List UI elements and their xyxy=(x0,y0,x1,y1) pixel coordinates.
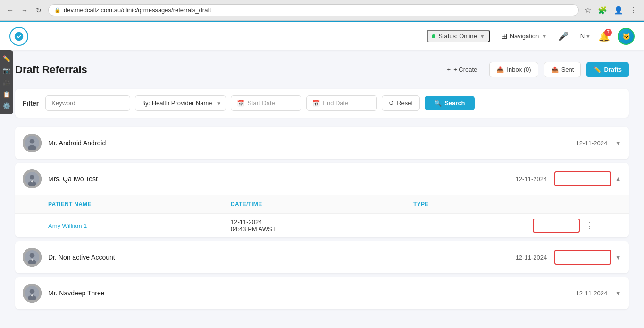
status-button[interactable]: Status: Online ▼ xyxy=(427,30,490,42)
language-label: EN xyxy=(576,33,585,40)
browser-chrome: ← → ↻ 🔒 dev.medcallz.com.au/clinic/qrmes… xyxy=(0,0,644,21)
side-toolbar: ✏️ 📷 🎥 📋 ⚙️ xyxy=(0,50,13,114)
search-button[interactable]: 🔍 Search xyxy=(425,96,474,110)
grid-icon: ⊞ xyxy=(501,32,507,41)
navigation-label: Navigation xyxy=(510,33,539,40)
svg-rect-17 xyxy=(32,294,33,297)
page-title: Draft Referrals xyxy=(15,64,87,76)
row-actions-1: ⋮ xyxy=(533,219,596,233)
nav-chevron: ▼ xyxy=(542,34,547,39)
provider-select-wrapper: By: Health Provider Name xyxy=(135,95,226,111)
end-date-label: End Date xyxy=(323,100,348,107)
row-datetime-1: 12-11-2024 04:43 PM AWST xyxy=(231,219,413,233)
filter-bar: Filter By: Health Provider Name 📅 Start … xyxy=(15,89,629,118)
collapse-icon-2: ▲ xyxy=(615,175,621,183)
end-date-input[interactable]: 📅 End Date xyxy=(306,95,377,111)
search-label: Search xyxy=(444,100,465,107)
referral-list: Mr. Android Android 12-11-2024 ▼ xyxy=(15,127,629,309)
col-patient-name: Patient Name xyxy=(48,201,231,208)
sent-icon: 📤 xyxy=(551,66,559,73)
referral-expanded-2: Patient Name Date/Time Type Amy William … xyxy=(15,195,629,237)
browser-nav-buttons: ← → ↻ xyxy=(5,5,44,16)
url-security-icon: 🔒 xyxy=(54,7,61,13)
provider-select[interactable]: By: Health Provider Name xyxy=(135,95,226,111)
col-datetime: Date/Time xyxy=(231,201,413,208)
inbox-icon: 📥 xyxy=(496,66,504,73)
referral-avatar-1 xyxy=(23,134,42,152)
bookmark-button[interactable]: ☆ xyxy=(583,4,593,17)
clipboard-tool-button[interactable]: 📋 xyxy=(2,89,11,100)
camera-tool-button[interactable]: 📷 xyxy=(2,65,11,76)
col-type: Type xyxy=(413,201,596,208)
referral-header-1[interactable]: Mr. Android Android 12-11-2024 ▼ xyxy=(15,127,629,159)
microphone-button[interactable]: 🎤 xyxy=(558,31,569,42)
back-button[interactable]: ← xyxy=(5,5,16,16)
url-bar[interactable]: 🔒 dev.medcallz.com.au/clinic/qrmessages/… xyxy=(48,4,579,16)
referral-card-2: Mrs. Qa two Test 12-11-2024 ▲ Patient Na… xyxy=(15,163,629,237)
expand-icon-4: ▼ xyxy=(615,289,621,297)
referral-date-3: 12-11-2024 xyxy=(516,254,547,261)
referral-name-4: Mr. Navdeep Three xyxy=(48,289,576,297)
highlight-box-row-1 xyxy=(533,219,580,233)
video-tool-button[interactable]: 🎥 xyxy=(2,77,11,88)
page-actions: + + Create 📥 Inbox (0) 📤 Sent ✏️ Drafts xyxy=(441,62,629,77)
create-button[interactable]: + + Create xyxy=(441,62,484,77)
start-date-input[interactable]: 📅 Start Date xyxy=(231,95,301,111)
create-label: + Create xyxy=(453,66,477,73)
referral-date-2: 12-11-2024 xyxy=(516,176,547,183)
avatar-emoji: 🐱 xyxy=(622,33,630,40)
profile-button[interactable]: 👤 xyxy=(612,4,625,17)
keyword-input[interactable] xyxy=(45,95,130,111)
svg-point-14 xyxy=(30,289,35,294)
sent-label: Sent xyxy=(561,66,574,73)
main-content: Draft Referrals + + Create 📥 Inbox (0) 📤… xyxy=(0,50,644,328)
forward-button[interactable]: → xyxy=(19,5,30,16)
referral-header-4[interactable]: Mr. Navdeep Three 12-11-2024 ▼ xyxy=(15,277,629,309)
browser-action-buttons: ☆ 🧩 👤 ⋮ xyxy=(583,4,639,17)
drafts-button[interactable]: ✏️ Drafts xyxy=(586,62,629,77)
header-right-section: Status: Online ▼ ⊞ Navigation ▼ 🎤 EN ▼ 🔔… xyxy=(427,28,635,45)
lang-chevron: ▼ xyxy=(585,34,591,39)
highlight-box-2 xyxy=(554,171,611,186)
settings-tool-button[interactable]: ⚙️ xyxy=(2,101,11,111)
inbox-button[interactable]: 📥 Inbox (0) xyxy=(489,62,538,77)
row-date-value: 12-11-2024 xyxy=(231,219,413,226)
avatar-image-2 xyxy=(23,169,42,188)
refresh-button[interactable]: ↻ xyxy=(33,5,44,16)
menu-button[interactable]: ⋮ xyxy=(628,4,639,17)
referral-header-2[interactable]: Mrs. Qa two Test 12-11-2024 ▲ xyxy=(15,163,629,195)
referral-header-3[interactable]: Dr. Non active Account 12-11-2024 ▼ xyxy=(15,241,629,273)
reset-button[interactable]: ↺ Reset xyxy=(382,95,420,111)
drafts-icon: ✏️ xyxy=(594,66,601,73)
status-label: Status: Online xyxy=(438,33,477,40)
language-button[interactable]: EN ▼ xyxy=(576,33,591,40)
status-chevron: ▼ xyxy=(480,34,485,39)
url-text: dev.medcallz.com.au/clinic/qrmessages/re… xyxy=(64,7,211,14)
highlight-box-3 xyxy=(554,250,611,265)
notification-badge: 7 xyxy=(604,29,612,36)
logo-icon xyxy=(9,27,28,46)
referral-card-4: Mr. Navdeep Three 12-11-2024 ▼ xyxy=(15,277,629,309)
avatar-image-3 xyxy=(23,248,42,267)
reset-label: Reset xyxy=(397,100,413,107)
user-avatar[interactable]: 🐱 xyxy=(618,28,635,45)
table-row-1: Amy William 1 12-11-2024 04:43 PM AWST ⋮ xyxy=(15,213,629,237)
app-logo[interactable] xyxy=(9,27,28,46)
sent-button[interactable]: 📤 Sent xyxy=(544,62,581,77)
svg-point-1 xyxy=(30,139,35,144)
edit-tool-button[interactable]: ✏️ xyxy=(2,53,11,64)
patient-name-link-1[interactable]: Amy William 1 xyxy=(48,222,231,229)
navigation-button[interactable]: ⊞ Navigation ▼ xyxy=(497,30,551,42)
notifications-button[interactable]: 🔔 7 xyxy=(598,31,610,42)
referral-avatar-2 xyxy=(23,169,42,188)
expand-icon-3: ▼ xyxy=(615,253,621,261)
svg-point-9 xyxy=(30,253,35,258)
extensions-button[interactable]: 🧩 xyxy=(596,4,609,17)
referral-date-4: 12-11-2024 xyxy=(576,290,608,297)
referral-subheader-2: Patient Name Date/Time Type xyxy=(15,195,629,213)
referral-card-1: Mr. Android Android 12-11-2024 ▼ xyxy=(15,127,629,159)
calendar-icon-start: 📅 xyxy=(237,100,244,107)
inbox-label: Inbox (0) xyxy=(507,66,531,73)
kebab-menu-button-1[interactable]: ⋮ xyxy=(584,219,596,233)
filter-label: Filter xyxy=(23,100,39,107)
